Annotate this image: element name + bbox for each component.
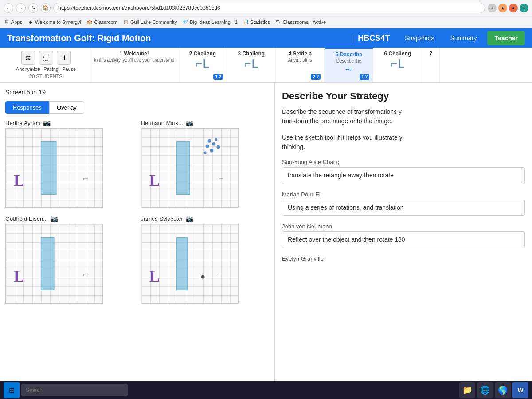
bookmark-gull-lake[interactable]: 📋 Gull Lake Community (123, 19, 177, 25)
overlay-tab[interactable]: Overlay (49, 101, 84, 114)
tab-4-settle[interactable]: 4 Settle a Anya claims 2 2 (276, 48, 325, 82)
student-card-2: Hermann Mink... 📷 (141, 119, 270, 208)
bookmark-classrooms[interactable]: 🛡 Classrooms › Active (275, 19, 326, 25)
students-grid: Hertha Ayrton 📷 L ⌐ (5, 119, 269, 304)
svg-text:⌐: ⌐ (218, 268, 224, 279)
student-card-3: Gotthold Eisen... 📷 L ⌐ (5, 215, 134, 304)
svg-text:L: L (14, 267, 24, 285)
response-item-4: Evelyn Granville (282, 255, 525, 262)
teacher-button[interactable]: Teacher (487, 31, 525, 45)
svg-rect-10 (176, 142, 190, 195)
anonymize-button[interactable]: ⚖ (21, 51, 35, 65)
prompt-line-1: Describe the sequence of transformations… (282, 107, 525, 126)
bookmark-synergy-label: Welcome to Synergy! (35, 20, 81, 25)
synergy-icon: ◆ (27, 19, 34, 25)
bookmark-star[interactable]: ☆ (488, 4, 497, 12)
bookmark-big-ideas[interactable]: 💎 Big Ideas Learning - 1 (182, 19, 238, 25)
taskbar-app-file-explorer[interactable]: 📁 (459, 382, 475, 398)
bookmark-apps[interactable]: ⊞ Apps (4, 19, 22, 25)
account-icon[interactable]: ● (498, 4, 507, 12)
left-panel: Screen 5 of 19 Responses Overlay Hertha … (0, 83, 275, 381)
prompt-line-2: Use the sketch tool if it helps you illu… (282, 133, 525, 152)
resp-text-2: Using a series of rotations, and transla… (282, 200, 525, 216)
app-title: Transformation Golf: Rigid Motion (7, 33, 348, 43)
student-4-name: James Sylvester (141, 215, 183, 222)
student-canvas-4: L ⌐ (141, 224, 239, 304)
bookmark-statistics-label: Statistics (250, 20, 270, 25)
browser-bar: ← → ↻ 🏠 ☆ ● ● ⋮ (0, 0, 532, 16)
svg-rect-13 (41, 238, 54, 290)
taskbar-app-word[interactable]: W (512, 382, 528, 398)
camera-icon-4[interactable]: 📷 (186, 215, 193, 222)
resp-text-3: Reflect over the object and then rotate … (282, 231, 525, 248)
refresh-button[interactable]: ↻ (28, 3, 38, 13)
taskbar: ⊞ 📁 🌐 🌎 W (0, 381, 532, 399)
response-item-2: Marian Pour-El Using a series of rotatio… (282, 191, 525, 216)
classroom-icon: 🏫 (86, 19, 93, 25)
svg-text:L: L (149, 267, 160, 285)
summary-button[interactable]: Summary (445, 32, 482, 44)
tab-2-challenge[interactable]: 2 Challeng ⌐L 1 2 (178, 48, 227, 82)
camera-icon-1[interactable]: 📷 (43, 119, 51, 126)
tab-1-welcome[interactable]: 1 Welcome! In this activity, you'll use … (90, 48, 178, 82)
bookmark-statistics[interactable]: 📊 Statistics (243, 19, 270, 25)
tab-3-challenge[interactable]: 3 Challeng ⌐L (227, 48, 276, 82)
main-content: Screen 5 of 19 Responses Overlay Hertha … (0, 83, 532, 381)
bookmark-synergy[interactable]: ◆ Welcome to Synergy! (27, 19, 81, 25)
pause-label: Pause (62, 66, 76, 72)
bookmark-big-ideas-label: Big Ideas Learning - 1 (190, 20, 238, 25)
tab-2-badge: 1 2 (213, 74, 223, 80)
tab-7[interactable]: 7 (422, 48, 440, 82)
apps-icon: ⊞ (4, 19, 10, 25)
start-button[interactable]: ⊞ (4, 382, 20, 398)
pacing-button[interactable]: ⬚ (39, 51, 53, 65)
forward-button[interactable]: → (16, 3, 26, 13)
home-button[interactable]: 🏠 (41, 3, 51, 13)
svg-point-4 (212, 142, 215, 146)
responses-tab[interactable]: Responses (5, 101, 49, 114)
student-canvas-2: L ⌐ (141, 128, 239, 208)
student-work-2: L ⌐ (141, 129, 238, 207)
resp-student-3: John von Neumann (282, 223, 525, 230)
response-tabs: Responses Overlay (5, 101, 269, 114)
student-1-name: Hertha Ayrton (5, 120, 40, 126)
taskbar-search[interactable] (21, 384, 128, 396)
svg-text:⌐: ⌐ (218, 172, 224, 184)
app-header: Transformation Golf: Rigid Motion HBCS4T… (0, 28, 532, 48)
svg-text:L: L (149, 172, 160, 189)
students-count: 20 STUDENTS (29, 74, 63, 79)
student-work-4: L ⌐ (141, 224, 238, 303)
bookmark-classroom[interactable]: 🏫 Classroom (86, 19, 117, 25)
student-work-3: L ⌐ (6, 224, 102, 303)
bookmark-apps-label: Apps (11, 20, 22, 25)
class-code: HBCS4T (353, 34, 394, 43)
resp-student-4: Evelyn Granville (282, 255, 525, 262)
svg-point-5 (210, 149, 213, 152)
bookmarks-bar: ⊞ Apps ◆ Welcome to Synergy! 🏫 Classroom… (0, 16, 532, 28)
camera-icon-2[interactable]: 📷 (186, 119, 193, 126)
tab-6-challenge[interactable]: 6 Challeng ⌐L (373, 48, 422, 82)
pause-button[interactable]: ⏸ (57, 51, 71, 65)
taskbar-app-chrome[interactable]: 🌎 (495, 382, 511, 398)
url-bar[interactable] (53, 3, 485, 13)
snapshots-button[interactable]: Snapshots (399, 32, 439, 44)
svg-text:L: L (14, 172, 24, 189)
resp-student-2: Marian Pour-El (282, 191, 525, 198)
student-3-name: Gotthold Eisen... (5, 215, 48, 222)
camera-icon-3[interactable]: 📷 (51, 215, 58, 222)
svg-rect-16 (176, 238, 188, 290)
strategy-title: Describe Your Strategy (282, 90, 525, 102)
big-ideas-icon: 💎 (182, 19, 188, 25)
svg-point-8 (215, 138, 217, 141)
extension-icon[interactable]: ● (509, 4, 518, 12)
svg-rect-0 (41, 142, 56, 195)
taskbar-app-globe[interactable]: 🌐 (477, 382, 493, 398)
student-card-1: Hertha Ayrton 📷 L ⌐ (5, 119, 134, 208)
svg-point-7 (207, 139, 211, 143)
settings-icon[interactable]: ⋮ (520, 4, 528, 12)
screen-info: Screen 5 of 19 (5, 89, 269, 96)
back-button[interactable]: ← (4, 3, 13, 13)
tab-5-badge: 1 2 (360, 74, 369, 80)
tab-5-describe[interactable]: 5 Describe Describe the 〜 1 2 (325, 48, 373, 82)
response-item-1: Sun-Yung Alice Chang translate the retan… (282, 159, 525, 184)
